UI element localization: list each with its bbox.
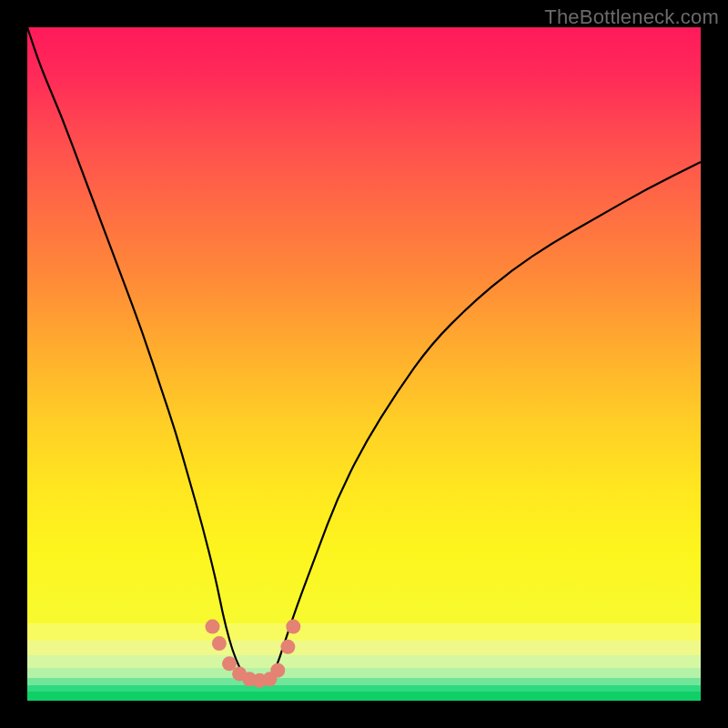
chart-svg — [27, 27, 701, 701]
cluster-dot — [286, 620, 300, 634]
cluster-dot — [280, 640, 295, 654]
chart-frame: TheBottleneck.com — [0, 0, 728, 728]
cluster-dot — [206, 620, 220, 634]
plot-area — [27, 27, 701, 701]
watermark-text: TheBottleneck.com — [544, 5, 719, 29]
cluster-dot — [270, 663, 285, 678]
dot-cluster — [206, 620, 301, 688]
cluster-dot — [212, 636, 227, 651]
bottleneck-curve — [27, 27, 701, 684]
